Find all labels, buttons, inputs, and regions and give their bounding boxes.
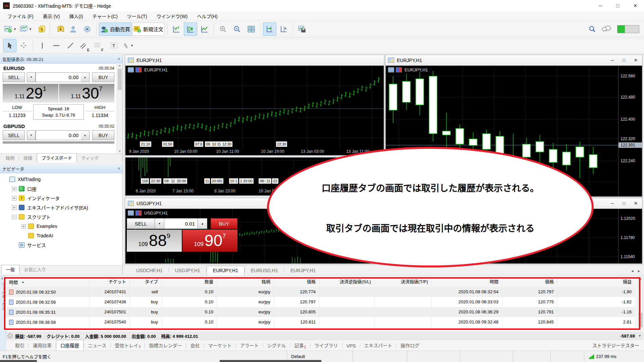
toolbox-tab-11[interactable]: ライブラリ bbox=[311, 340, 342, 351]
column-header-4[interactable]: 銘柄 bbox=[217, 277, 274, 287]
equidistant-channel-tool-button[interactable]: E bbox=[78, 39, 91, 52]
search-icon[interactable] bbox=[588, 25, 596, 33]
volume-spin-up[interactable]: ▲ bbox=[198, 218, 207, 229]
table-row[interactable]: 2020.01.08 06:36:58240107540buy0.10eurjp… bbox=[6, 317, 635, 327]
tree-item--[interactable]: ⚙サービス bbox=[0, 240, 122, 250]
toolbox-tab-1[interactable]: 運用比率 bbox=[29, 340, 56, 351]
toolbox-tab-3[interactable]: ニュース bbox=[84, 340, 110, 351]
chart-tab-4[interactable]: EURJPY,H1 bbox=[284, 266, 322, 276]
zoom-in-button[interactable] bbox=[216, 22, 230, 36]
buy-button[interactable]: BUY bbox=[92, 130, 114, 140]
table-row[interactable]: 2020.01.08 06:32:50240107431sell0.10eurj… bbox=[6, 287, 635, 297]
toolbox-tab-4[interactable]: 受信トレイ7 bbox=[111, 340, 145, 351]
sell-button[interactable]: SELL bbox=[127, 218, 155, 229]
tree-item--[interactable]: +口座 bbox=[0, 184, 122, 193]
buy-button[interactable]: BUY bbox=[92, 72, 114, 82]
table-row[interactable]: 2020.01.08 06:32:56240107436buy0.10eurjp… bbox=[6, 297, 635, 307]
toolbox-tab-2[interactable]: 口座履歴 bbox=[56, 340, 84, 351]
chart-window-title-bar[interactable]: EURJPY,H1 ─ □ ✕ bbox=[385, 55, 642, 66]
scrollbar-thumb[interactable] bbox=[118, 69, 122, 90]
column-header-3[interactable]: 数量 bbox=[162, 277, 217, 287]
auto-scroll-button[interactable] bbox=[263, 22, 276, 36]
text-tool-button[interactable]: T bbox=[106, 39, 119, 52]
minimize-button[interactable]: ─ bbox=[592, 0, 609, 11]
menu-item-3[interactable]: チャート(C) bbox=[88, 13, 122, 19]
symbol-row-eurusd[interactable]: EURUSD 05:35:04 bbox=[0, 64, 122, 71]
close-icon[interactable]: × bbox=[1, 277, 3, 281]
volume-spin-up[interactable]: ▲ bbox=[81, 130, 90, 140]
arrows-tool-button[interactable]: ▼ bbox=[120, 39, 135, 52]
buy-price-box[interactable]: 1.11 30 7 bbox=[59, 84, 115, 103]
tree-item--ea-[interactable]: +エキスパートアドバイザ(EA) bbox=[0, 203, 122, 212]
menu-item-1[interactable]: 表示 (V) bbox=[38, 13, 65, 19]
mql5-book-button[interactable]: 5 bbox=[52, 22, 66, 36]
buy-button[interactable]: BUY bbox=[211, 218, 237, 229]
scrollbar-thumb[interactable] bbox=[639, 313, 643, 327]
maximize-icon[interactable]: □ bbox=[623, 201, 625, 206]
sell-price-box[interactable]: 109 88 9 bbox=[127, 230, 182, 252]
chevron-down-icon[interactable]: ▼ bbox=[13, 27, 16, 31]
collapse-icon[interactable]: − bbox=[8, 334, 12, 338]
tree-expander-icon[interactable]: − bbox=[12, 215, 16, 219]
column-header-7[interactable]: 決済指値(T/P) bbox=[375, 277, 432, 287]
market-watch-tab-0[interactable]: 銘柄 bbox=[1, 154, 19, 163]
toolbox-tab-0[interactable]: 取引 bbox=[11, 340, 29, 351]
toolbox-tab-9[interactable]: シグナル bbox=[263, 340, 290, 351]
save-template-button[interactable] bbox=[296, 22, 309, 36]
tree-item-xmtrading[interactable]: XMTrading bbox=[0, 175, 122, 184]
chart-tab-2[interactable]: EURJPY,H1 bbox=[207, 266, 245, 276]
chart-shift-button[interactable] bbox=[277, 22, 290, 36]
broadcast-button[interactable] bbox=[80, 22, 94, 36]
line-chart-mode-button[interactable] bbox=[198, 22, 211, 36]
tree-expander-icon[interactable]: + bbox=[12, 187, 16, 191]
trendline-tool-button[interactable] bbox=[64, 39, 77, 52]
table-row[interactable]: 2020.01.08 06:35:31240107501buy0.10eurjp… bbox=[6, 307, 635, 317]
column-header-1[interactable]: チケット bbox=[90, 277, 130, 287]
navigator-tab-0[interactable]: 一般 bbox=[1, 265, 19, 274]
volume-input[interactable]: 0.01 bbox=[164, 218, 198, 229]
market-watch-tab-1[interactable]: 詳細 bbox=[19, 154, 37, 163]
volume-combo-button[interactable]: ▼ bbox=[27, 130, 36, 140]
tree-expander-icon[interactable]: + bbox=[21, 224, 26, 229]
tree-expander-icon[interactable]: + bbox=[12, 205, 16, 210]
column-header-9[interactable]: 価格 bbox=[502, 277, 557, 287]
cursor-tool-button[interactable] bbox=[3, 39, 16, 52]
sell-button[interactable]: SELL bbox=[3, 130, 25, 140]
market-watch-toggle-button[interactable]: $ bbox=[34, 22, 47, 36]
scroll-up-icon[interactable]: ▲ bbox=[118, 63, 121, 68]
vertical-line-tool-button[interactable] bbox=[36, 39, 49, 52]
chevron-down-icon[interactable]: ▼ bbox=[130, 44, 133, 47]
column-header-6[interactable]: 決済逆指値(S/L) bbox=[319, 277, 375, 287]
chat-icon[interactable] bbox=[602, 25, 612, 33]
chart-tab-3[interactable]: EURUSD,H1 bbox=[245, 266, 284, 276]
menu-item-2[interactable]: 挿入(I) bbox=[64, 13, 88, 19]
toolbox-tab-8[interactable]: アラート bbox=[236, 340, 263, 351]
tree-item--[interactable]: −スクリプト bbox=[0, 212, 122, 222]
close-icon[interactable]: ✕ bbox=[634, 58, 638, 63]
chart-window-eurjpy-left[interactable]: EURJPY,H1 EURJPY,H1 21:1001:5007:0091011… bbox=[125, 55, 384, 156]
zoom-out-button[interactable] bbox=[230, 22, 244, 36]
toolbox-tab-5[interactable]: 指標カレンダー bbox=[145, 340, 186, 351]
toolbox-tab-13[interactable]: エキスパート bbox=[360, 340, 396, 351]
tree-item-examples[interactable]: +Examples bbox=[0, 222, 122, 231]
market-watch-tab-3[interactable]: ティック bbox=[77, 154, 103, 163]
maximize-button[interactable]: □ bbox=[609, 0, 627, 11]
close-icon[interactable]: ✕ bbox=[634, 201, 638, 206]
toolbox-tab-7[interactable]: マーケット bbox=[204, 340, 235, 351]
minimize-icon[interactable]: ─ bbox=[611, 201, 614, 206]
column-header-2[interactable]: タイプ bbox=[130, 277, 162, 287]
new-order-button[interactable]: 新規注文 bbox=[132, 22, 165, 36]
chart-tab-1[interactable]: USDJPY,H1 bbox=[169, 266, 206, 276]
profiles-button[interactable]: ▼ bbox=[18, 22, 33, 36]
community-button[interactable] bbox=[66, 22, 80, 36]
navigator-tab-1[interactable]: お気に入り bbox=[20, 265, 50, 274]
tile-windows-button[interactable] bbox=[245, 22, 258, 36]
table-scrollbar[interactable]: ▲ bbox=[638, 277, 643, 328]
chart-window-title-bar[interactable]: EURJPY,H1 bbox=[125, 55, 384, 66]
menu-item-0[interactable]: ファイル (F) bbox=[3, 13, 38, 19]
close-button[interactable]: ✕ bbox=[627, 0, 644, 11]
toolbox-tab-10[interactable]: 記事1 bbox=[290, 340, 310, 351]
volume-combo-button[interactable]: ▼ bbox=[27, 72, 36, 82]
column-header-10[interactable]: 損益 bbox=[557, 277, 635, 287]
chevron-down-icon[interactable]: ▼ bbox=[29, 27, 32, 31]
